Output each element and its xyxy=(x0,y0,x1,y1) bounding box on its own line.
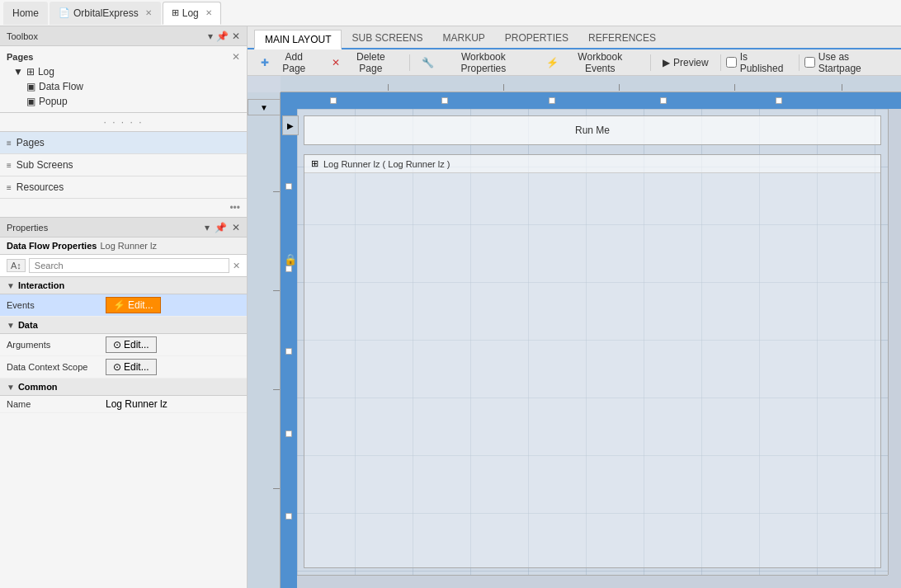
nav-resources-label: Resources xyxy=(17,181,64,193)
log-runner-label: Log Runner lz ( Log Runner lz ) xyxy=(323,159,450,169)
add-page-label: Add Page xyxy=(272,51,315,74)
properties-panel: Properties ▾ 📌 ✕ Data Flow Properties Lo… xyxy=(0,218,247,588)
handle-5 xyxy=(776,97,782,104)
tree-child-popup[interactable]: ▣ Popup xyxy=(0,94,247,109)
is-published-checkbox-label[interactable]: Is Published xyxy=(726,51,794,74)
props-list: ▼ Interaction Events ⚡ Edit... ▼ Data xyxy=(0,277,247,588)
pages-close-btn[interactable]: ✕ xyxy=(232,51,240,63)
left-panel: Toolbox ▾ 📌 ✕ Pages ✕ ▼ ⊞ Log ▣ Data Fl xyxy=(0,26,248,588)
prop-name-label: Name xyxy=(7,399,106,409)
log-runner-box[interactable]: ⊞ Log Runner lz ( Log Runner lz ) xyxy=(304,154,881,568)
section-common[interactable]: ▼ Common xyxy=(0,379,247,396)
prop-name-value: Log Runner lz xyxy=(106,398,167,410)
props-sort-icon[interactable]: ▾ xyxy=(205,222,210,233)
prop-arguments-edit-btn[interactable]: ⊙ Edit... xyxy=(106,336,157,353)
workbook-events-button[interactable]: ⚡ Workbook Events xyxy=(540,49,645,76)
section-data[interactable]: ▼ Data xyxy=(0,317,247,334)
canvas-area[interactable]: ▼ ▶ xyxy=(248,76,901,588)
scrollbar-bottom[interactable] xyxy=(281,575,888,588)
collapse-left-icon: ▶ xyxy=(287,121,294,130)
log-runner-header-bar: ⊞ Log Runner lz ( Log Runner lz ) xyxy=(304,155,880,173)
tab-orbital-close[interactable]: ✕ xyxy=(145,8,152,17)
search-input[interactable] xyxy=(29,258,229,273)
properties-subheader: Data Flow Properties Log Runner lz xyxy=(0,238,247,255)
more-options-icon[interactable]: ••• xyxy=(229,202,240,214)
toolbox-title: Toolbox xyxy=(7,31,38,41)
toolbar-sep-3 xyxy=(720,54,721,71)
toolbox-pin-icon[interactable]: ▾ xyxy=(208,31,213,42)
prop-name-row: Name Log Runner lz xyxy=(0,396,247,413)
search-clear-icon[interactable]: ✕ xyxy=(233,261,240,271)
is-published-checkbox[interactable] xyxy=(726,57,737,68)
events-lightning-icon: ⚡ xyxy=(113,299,125,311)
toolbox-header: Toolbox ▾ 📌 ✕ xyxy=(0,26,247,46)
preview-icon: ▶ xyxy=(663,57,670,68)
props-pin-icon[interactable]: 📌 xyxy=(215,222,227,233)
sub-tab-main-layout-label: MAIN LAYOUT xyxy=(265,34,331,45)
prop-data-context-scope-edit-btn[interactable]: ⊙ Edit... xyxy=(106,359,157,375)
section-data-toggle: ▼ xyxy=(7,321,15,330)
tree-child-popup-icon: ▣ xyxy=(26,96,35,107)
prop-events-edit-label: Edit... xyxy=(128,299,153,311)
tab-log[interactable]: ⊞ Log ✕ xyxy=(163,2,221,25)
tab-log-close[interactable]: ✕ xyxy=(205,8,212,17)
run-me-container[interactable]: Run Me xyxy=(304,115,881,145)
tab-log-label: Log xyxy=(182,7,199,19)
design-area: Run Me ⊞ Log Runner lz ( Log Runner lz ) xyxy=(297,109,888,575)
sub-tab-markup[interactable]: MARKUP xyxy=(433,28,495,48)
section-interaction[interactable]: ▼ Interaction xyxy=(0,277,247,294)
prop-events-row: Events ⚡ Edit... xyxy=(0,294,247,317)
data-context-icon: ⊙ xyxy=(113,361,121,373)
add-page-button[interactable]: ✚ Add Page xyxy=(254,49,322,76)
tree-root-item[interactable]: ▼ ⊞ Log xyxy=(0,64,247,79)
nav-sub-screens-icon: ≡ xyxy=(7,161,12,170)
tree-child-dataflow-icon: ▣ xyxy=(26,81,35,92)
right-panel: MAIN LAYOUT SUB SCREENS MARKUP PROPERTIE… xyxy=(248,26,901,588)
tab-orbital-express[interactable]: 📄 OrbitalExpress ✕ xyxy=(50,2,161,25)
sub-tab-references-label: REFERENCES xyxy=(588,32,656,44)
prop-data-context-scope-name: Data Context Scope xyxy=(7,362,106,372)
tab-home[interactable]: Home xyxy=(3,2,48,25)
sub-tabbar: MAIN LAYOUT SUB SCREENS MARKUP PROPERTIE… xyxy=(248,26,901,49)
sub-tab-references[interactable]: REFERENCES xyxy=(578,28,666,48)
sub-tab-properties[interactable]: PROPERTIES xyxy=(495,28,578,48)
sub-tab-sub-screens[interactable]: SUB SCREENS xyxy=(342,28,432,48)
canvas-collapse-left-btn[interactable]: ▶ xyxy=(282,115,299,135)
lhandle-2 xyxy=(285,266,292,272)
lhandle-5 xyxy=(285,513,292,520)
sort-az-button[interactable]: A↕ xyxy=(7,259,26,272)
nav-pages[interactable]: ≡ Pages xyxy=(0,132,247,154)
toolbox-close-icon[interactable]: ✕ xyxy=(232,31,240,42)
nav-pages-label: Pages xyxy=(17,137,45,148)
nav-resources[interactable]: ≡ Resources xyxy=(0,176,247,199)
tab-orbital-label: OrbitalExpress xyxy=(73,7,139,19)
scrollbar-right[interactable] xyxy=(888,109,901,575)
tree-root-toggle[interactable]: ▼ xyxy=(13,66,23,78)
workbook-properties-button[interactable]: 🔧 Workbook Properties xyxy=(415,49,535,76)
props-subtitle: Data Flow Properties xyxy=(7,241,97,251)
prop-arguments-value-area: ⊙ Edit... xyxy=(106,336,240,353)
ruler-left xyxy=(248,92,281,588)
nav-sub-screens[interactable]: ≡ Sub Screens xyxy=(0,154,247,176)
canvas-collapse-top-btn[interactable]: ▼ xyxy=(248,99,281,115)
tree-child-dataflow[interactable]: ▣ Data Flow xyxy=(0,79,247,94)
handle-3 xyxy=(549,97,555,104)
use-as-startpage-checkbox[interactable] xyxy=(804,57,815,68)
search-row: A↕ ✕ xyxy=(0,255,247,277)
sub-tab-main-layout[interactable]: MAIN LAYOUT xyxy=(254,30,342,49)
toolbar-sep-4 xyxy=(799,54,800,71)
use-as-startpage-checkbox-label[interactable]: Use as Startpage xyxy=(804,51,894,74)
props-close-icon[interactable]: ✕ xyxy=(232,222,240,233)
lhandle-3 xyxy=(285,348,292,355)
use-as-startpage-label: Use as Startpage xyxy=(818,51,894,74)
section-common-toggle: ▼ xyxy=(7,383,15,392)
delete-page-button[interactable]: ✕ Delete Page xyxy=(325,49,404,76)
sub-tab-properties-label: PROPERTIES xyxy=(505,32,568,44)
preview-button[interactable]: ▶ Preview xyxy=(656,55,715,70)
lhandle-4 xyxy=(285,430,292,437)
toolbox-pushpin-icon[interactable]: 📌 xyxy=(216,31,229,42)
nav-pages-icon: ≡ xyxy=(7,139,12,148)
log-runner-icon: ⊞ xyxy=(311,158,318,169)
prop-data-context-scope-row: Data Context Scope ⊙ Edit... xyxy=(0,356,247,379)
prop-events-edit-btn[interactable]: ⚡ Edit... xyxy=(106,297,161,313)
